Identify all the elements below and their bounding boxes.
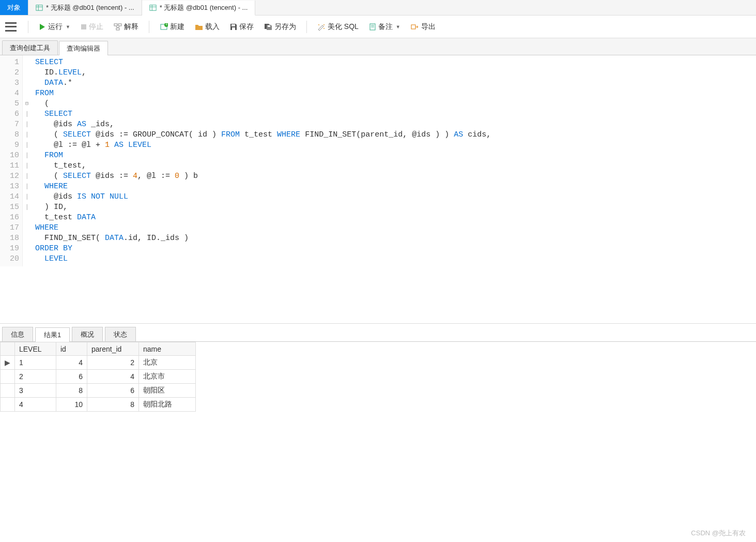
tab-info[interactable]: 信息 [2,327,33,341]
svg-rect-17 [232,27,235,30]
tab-object[interactable]: 对象 [0,0,28,15]
table-row[interactable]: 4108朝阳北路 [1,398,196,412]
toolbar-label: 导出 [421,22,436,32]
tab-query-2[interactable]: * 无标题 @db01 (tencent) - ... [142,1,256,16]
svg-point-19 [323,24,325,25]
query-icon [149,4,157,11]
toolbar-label: 停止 [89,22,103,32]
toolbar-label: 另存为 [274,22,296,32]
run-button[interactable]: 运行▼ [35,20,74,34]
explain-button[interactable]: 解释 [110,20,143,34]
col-name[interactable]: name [139,342,196,356]
code-area[interactable]: SELECT ID.LEVEL, DATA.* FROM ( SELECT @i… [31,55,495,266]
tab-result1[interactable]: 结果1 [35,327,70,342]
beautify-button[interactable]: 美化 SQL [313,20,363,34]
fold-column: ⊟││││││││││ [23,55,31,266]
tab-query-editor[interactable]: 查询编辑器 [59,41,108,55]
svg-rect-18 [268,25,270,27]
menu-icon[interactable] [5,22,17,32]
load-button[interactable]: 载入 [191,20,224,34]
line-gutter: 1234567891011121314151617181920 [0,55,23,266]
col-LEVEL[interactable]: LEVEL [15,342,56,356]
tab-label: * 无标题 @db01 (tencent) - ... [46,3,134,12]
col-id[interactable]: id [56,342,87,356]
table-row[interactable]: ▶142北京 [1,356,196,370]
tab-label: * 无标题 @db01 (tencent) - ... [160,3,248,12]
col-parent_id[interactable]: parent_id [87,342,139,356]
result-tabs: 信息 结果1 概况 状态 [0,324,756,342]
saveas-button[interactable]: 另存为 [260,20,300,34]
new-button[interactable]: + 新建 [156,20,189,34]
tab-profile[interactable]: 概况 [72,327,103,341]
svg-marker-6 [40,24,45,30]
result-grid: LEVELidparent_idname▶142北京264北京市386朝阳区41… [0,342,756,412]
editor-tabs: 查询创建工具 查询编辑器 [0,38,756,55]
chevron-down-icon: ▼ [396,24,400,29]
svg-text:+: + [165,23,167,26]
toolbar-label: 载入 [205,22,220,32]
tab-label: 查询创建工具 [10,44,50,52]
export-button[interactable]: 导出 [407,20,440,34]
stop-button[interactable]: 停止 [76,20,107,34]
svg-line-11 [116,26,118,28]
tab-label: 查询编辑器 [67,44,100,52]
toolbar: 运行▼ 停止 解释 + 新建 载入 保存 另存为 美化 SQL 备注▼ 导出 [0,16,756,38]
notes-button[interactable]: 备注▼ [365,20,405,34]
toolbar-label: 美化 SQL [328,22,359,32]
result-table[interactable]: LEVELidparent_idname▶142北京264北京市386朝阳区41… [0,342,196,412]
svg-point-20 [318,24,319,25]
chevron-down-icon: ▼ [66,24,70,29]
toolbar-label: 备注 [378,22,393,32]
sql-editor[interactable]: 1234567891011121314151617181920 ⊟│││││││… [0,55,756,324]
svg-point-21 [323,28,325,29]
tab-query-builder[interactable]: 查询创建工具 [2,40,58,55]
toolbar-label: 运行 [48,22,63,32]
query-icon [36,4,43,11]
save-button[interactable]: 保存 [226,20,258,34]
toolbar-label: 保存 [239,22,254,32]
svg-rect-8 [114,24,117,26]
tab-label: 状态 [114,330,127,338]
toolbar-label: 解释 [124,22,138,32]
svg-rect-0 [36,5,42,10]
table-row[interactable]: 264北京市 [1,370,196,384]
toolbar-label: 新建 [170,22,184,32]
tab-query-1[interactable]: * 无标题 @db01 (tencent) - ... [28,0,142,15]
table-row[interactable]: 386朝阳区 [1,384,196,398]
svg-rect-7 [81,24,86,29]
window-tabs: 对象 * 无标题 @db01 (tencent) - ... * 无标题 @db… [0,0,756,16]
svg-line-12 [118,26,120,28]
svg-rect-25 [411,25,415,29]
tab-label: 信息 [11,330,24,338]
svg-rect-10 [116,28,119,30]
tab-label: 对象 [7,3,21,12]
tab-label: 概况 [81,330,94,338]
tab-status[interactable]: 状态 [105,327,136,341]
svg-rect-3 [150,5,156,11]
tab-label: 结果1 [44,331,61,339]
svg-rect-9 [118,24,121,26]
svg-rect-16 [232,24,235,26]
